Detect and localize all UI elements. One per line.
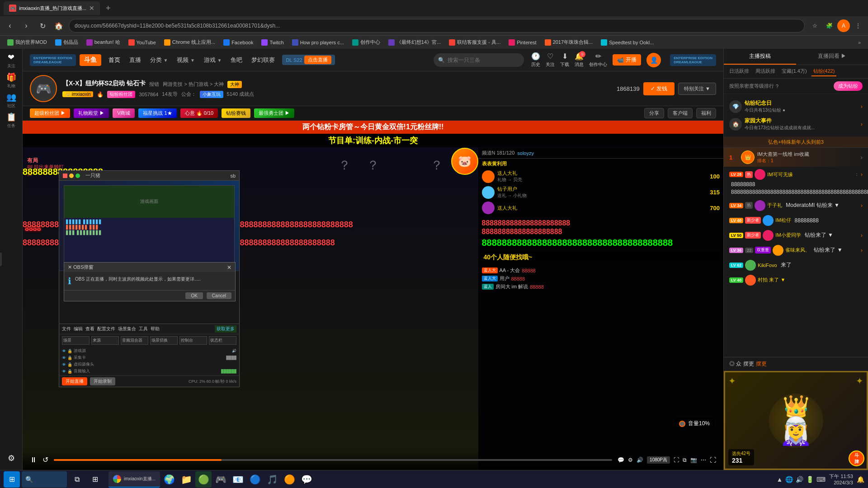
bookmarks-more-btn[interactable]: » [854,39,864,46]
screenshot-icon[interactable]: 📷 [690,457,697,463]
extensions-btn[interactable]: 🧩 [823,19,835,32]
sidebar-follow-btn[interactable]: ❤ 关注 [3,52,19,69]
bookmark-btn[interactable]: ☆ [808,19,821,32]
obs-stop-stream-btn[interactable]: 开始直播 [62,377,87,385]
danmaku-icon[interactable]: 💬 [618,457,624,463]
messages-btn[interactable]: 🔔 消息 9 [575,52,584,68]
tb-app-icon-5[interactable]: 📧 [230,471,246,488]
sidebar-task-btn[interactable]: 📋 任务 [3,112,19,128]
sidebar-expand-btn[interactable]: › [0,253,2,266]
heart-btn[interactable]: 心意 🔥 0/10 [180,108,218,118]
quality-badge[interactable]: 1080P高 [647,456,670,464]
bookmark-support[interactable]: 联结客服支援 - 具... [445,38,504,47]
bookmark-creation[interactable]: 创作中心 [349,38,384,47]
dialog-close-btn[interactable]: ✕ [227,264,231,271]
nav-video[interactable]: 视频 ▼ [177,54,195,66]
active-tab[interactable]: 🎮 imxiaoxin直播_热门游戏直播... ✕ [4,1,100,15]
bookmark-twitch[interactable]: Twitch [258,38,287,47]
bookmark-2017[interactable]: 2017年珠珠合辑... [541,38,597,47]
customer-btn[interactable]: 客户端 [668,108,693,118]
follow-fan-badge[interactable]: 钻纷粉丝团 [107,91,135,98]
follow-btn[interactable]: ♡ 关注 [546,52,555,68]
new-tab-btn[interactable]: + [102,2,114,14]
nav-games[interactable]: 游戏 ▼ [204,54,222,66]
search-taskbar-btn[interactable]: 🔍 [22,471,67,488]
tb-app-icon-7[interactable]: 🎵 [264,471,280,488]
creator-btn[interactable]: ✏ 创作中心 [589,52,607,68]
taskbar-app-chrome[interactable]: imxiaoxin直播... [108,471,160,488]
obs-edit-menu[interactable]: 编辑 [74,326,83,332]
obs-ok-btn[interactable]: OK [185,292,203,299]
rank-help-icon[interactable]: ? [776,84,778,89]
gift-hall-btn[interactable]: 礼物殿堂 ▶ [74,108,109,118]
notif-arrow-2[interactable]: › [861,121,863,127]
superfan-btn[interactable]: 超级粉丝团 ▶ [30,108,70,118]
bookmark-ff14[interactable]: 《最终幻想14》官... [385,38,444,47]
refresh-btn[interactable]: ↻ [36,19,49,32]
special-follow-btn[interactable]: 特别关注 ▼ [678,83,716,95]
bookmark-speedtest[interactable]: Speedtest by Ookl... [597,38,657,47]
action-lv34[interactable]: › [861,202,863,209]
become-fan-btn[interactable]: 成为钻纷 [834,81,863,91]
search-input[interactable] [448,57,519,63]
go-live-btn[interactable]: 📹 开播 [613,54,641,66]
notif-arrow-1[interactable]: › [861,103,863,110]
dl-live-btn[interactable]: 点击直播 [304,56,331,64]
obs-record-btn[interactable]: 开始录制 [90,377,115,385]
tb-app-icon-8[interactable]: 🟠 [281,471,297,488]
tab-streamer-post[interactable]: 主播投稿 [724,49,796,65]
bookmark-crystal[interactable]: 创晶品 [52,38,82,47]
back-btn[interactable]: ‹ [4,19,16,32]
nav-fishbar[interactable]: 鱼吧 [231,54,242,66]
sidebar-community-btn[interactable]: 👥 社区 [3,92,19,108]
replay-btn[interactable]: ↺ [42,455,48,464]
more-icon[interactable]: ⋯ [701,457,706,463]
volume-icon2[interactable]: 🔊 [637,457,643,463]
fullscreen-icon[interactable]: ⛶ [710,456,716,464]
bookmark-world-mod[interactable]: 我的世界MOD [4,38,51,47]
search-bar[interactable]: 🔍 [434,53,524,67]
bookmark-youtube[interactable]: YouTube [125,38,160,47]
nav-dreamleague[interactable]: 梦幻联赛 [251,54,275,66]
settings-icon2[interactable]: ⚙ [628,457,633,463]
history-btn[interactable]: 🕐 历史 [531,52,540,68]
theater-icon[interactable]: ⛶ [674,457,679,463]
action-lv28[interactable]: › [861,171,863,178]
warrior-btn[interactable]: 最强勇士团 ▶ [254,108,294,118]
share-btn[interactable]: 分享 [644,108,664,118]
nav-home[interactable]: 首页 [108,54,120,66]
obs-profile-menu[interactable]: 配置文件 [97,326,115,332]
bookmark-beanfun[interactable]: beanfun! 哈 [83,38,124,47]
diamond-race-btn[interactable]: 钻纷赛钱 [222,108,250,118]
report-btn[interactable]: 报错 [149,81,159,88]
widgets-btn[interactable]: ⊞ [87,471,103,488]
user-avatar[interactable]: 👤 [646,53,661,67]
obs-view-menu[interactable]: 查看 [85,326,94,332]
profile-btn[interactable]: A [837,19,850,32]
tb-app-icon-4[interactable]: 🎮 [212,471,229,488]
bookmark-facebook[interactable]: Facebook [220,38,257,47]
battery-icon[interactable]: 🔋 [806,476,814,483]
sidebar-gift-btn[interactable]: 🎁 礼物 [3,72,19,89]
action-lv50[interactable]: › [861,232,863,239]
menu-btn[interactable]: ⋮ [852,19,864,32]
volume-circle[interactable] [679,421,685,427]
obs-scene-menu[interactable]: 场景集合 [118,326,136,332]
keyboard-icon[interactable]: ⌨ [816,476,826,483]
start-btn[interactable]: ⊞ [4,471,20,488]
obs-cancel-btn[interactable]: Cancel [207,292,231,299]
tb-app-icon-9[interactable]: 💬 [298,471,315,488]
tab-daily[interactable]: 日活跃排 [727,67,751,76]
bookmark-chrome[interactable]: Chrome 线上应用... [160,38,219,47]
bookmark-how-pro[interactable]: How pro players c... [288,38,348,47]
tab-diamond[interactable]: 钻纷(422) [811,67,837,76]
tab-live-replay[interactable]: 直播回看 ▶ [796,49,868,65]
tab-treasure[interactable]: 宝藏(1.4万) [780,67,809,76]
task-view-btn[interactable]: ⧉ [69,471,85,488]
obs-file-menu[interactable]: 文件 [62,326,71,332]
tb-app-icon-3[interactable]: 🟢 [195,471,212,488]
tb-app-icon-6[interactable]: 🔵 [247,471,263,488]
obs-help-menu[interactable]: 帮助 [151,326,160,332]
tab-weekly[interactable]: 周活跃排 [754,67,777,76]
action-lv36[interactable]: › [861,247,863,253]
